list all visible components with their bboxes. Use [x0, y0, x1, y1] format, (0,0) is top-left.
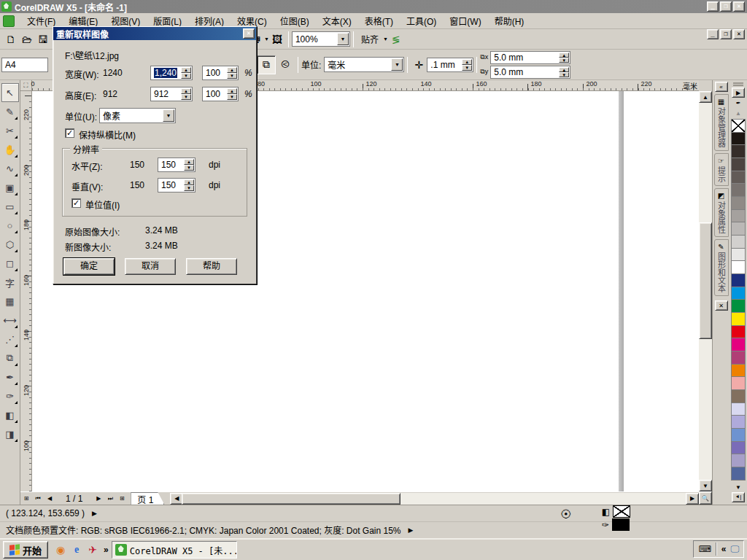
status-flyout-icon[interactable]: ▶	[92, 510, 97, 517]
dialog-units-combo[interactable]: 像素 ▼	[99, 108, 176, 123]
basic-shapes-tool[interactable]: ◻	[1, 254, 19, 273]
width-input[interactable]: 1,240 ▲▼	[150, 66, 193, 80]
blend-tool[interactable]: ⧉	[1, 349, 19, 368]
restore-button[interactable]: ❐	[720, 1, 732, 12]
nudge-field[interactable]: .1 mm ▲▼	[427, 58, 473, 72]
snap-dropdown-icon[interactable]: ▼	[383, 36, 388, 42]
zoom-level-combo[interactable]: 100% ▼	[292, 31, 350, 47]
shape-tool[interactable]: ✎	[1, 102, 19, 121]
add-page-icon[interactable]: ⊞	[116, 493, 128, 505]
menu-item-10[interactable]: 窗口(W)	[443, 13, 487, 28]
palette-expand-button[interactable]: ⯇|	[732, 492, 745, 502]
vertical-scrollbar[interactable]: ▲ ▼	[699, 91, 712, 491]
duplicate-x-field[interactable]: 5.0 mm ▲▼	[490, 51, 570, 64]
close-button[interactable]: ✕	[733, 1, 745, 12]
open-icon[interactable]: 🗁	[19, 31, 35, 47]
horizontal-dpi-spinner[interactable]: ▲▼	[184, 159, 194, 171]
outline-pen-tool[interactable]: ✑	[1, 386, 19, 405]
menu-item-9[interactable]: 工具(O)	[400, 13, 443, 28]
interactive-fill-tool[interactable]: ◨	[1, 424, 19, 443]
menu-item-6[interactable]: 位图(B)	[274, 13, 316, 28]
color-swatch[interactable]	[731, 235, 746, 249]
ok-button[interactable]: 确定	[63, 258, 115, 275]
duplicate-y-spinner[interactable]: ▲▼	[559, 67, 569, 77]
task-button-coreldraw[interactable]: CorelDRAW X5 - [未...	[112, 541, 237, 559]
last-page-icon[interactable]: ⏭	[104, 493, 116, 505]
crop-tool[interactable]: ✂	[1, 121, 19, 140]
identical-values-checkbox[interactable]: ✓	[71, 198, 81, 208]
page-orientation-icon[interactable]: ⧀	[276, 55, 295, 74]
dimension-tool[interactable]: ⟷	[1, 311, 19, 330]
height-percent-spinner[interactable]: ▲▼	[227, 88, 237, 100]
dialog-title-bar[interactable]: 重新取样图像 ✕	[53, 27, 256, 40]
chevron-down-icon[interactable]: ▼	[163, 109, 174, 122]
first-page-icon[interactable]: ⏮	[32, 493, 44, 505]
options-icon[interactable]: ≶	[388, 31, 404, 47]
minimize-button[interactable]: _	[707, 1, 719, 12]
document-palette-icon[interactable]: 🖸	[558, 506, 574, 522]
color-swatch[interactable]	[731, 467, 746, 481]
color-swatch[interactable]	[731, 144, 746, 158]
scroll-down-icon[interactable]: ▼	[699, 480, 712, 491]
docker-tab-3[interactable]: ✎图形和文本	[714, 239, 729, 296]
import-image-icon[interactable]: 🖼	[269, 31, 285, 47]
save-icon[interactable]: 🖫	[35, 31, 51, 47]
dialog-close-icon[interactable]: ✕	[243, 28, 255, 39]
input-method-keyboard-icon[interactable]: ⌨	[698, 544, 711, 554]
color-swatch[interactable]	[731, 171, 746, 184]
vertical-scroll-thumb[interactable]	[699, 222, 712, 339]
docker-close-button[interactable]: ✕	[715, 300, 728, 311]
horizontal-dpi-input[interactable]: 150 ▲▼	[158, 158, 196, 172]
color-swatch[interactable]	[731, 132, 746, 146]
vertical-ruler[interactable]: 220200180160140120100	[20, 91, 32, 491]
snap-to-button[interactable]: 贴齐	[357, 33, 383, 45]
help-button[interactable]: 帮助	[186, 258, 237, 275]
pick-tool[interactable]: ↖	[1, 83, 19, 102]
connector-tool[interactable]: ⋰	[1, 330, 19, 349]
color-swatch[interactable]	[731, 273, 746, 287]
color-swatch[interactable]	[731, 312, 746, 326]
eyedropper-tool[interactable]: ✒	[1, 368, 19, 386]
vertical-dpi-input[interactable]: 150 ▲▼	[158, 178, 196, 192]
ellipse-tool[interactable]: ○	[1, 216, 19, 235]
menu-item-11[interactable]: 帮助(H)	[488, 13, 531, 28]
fill-color-swatch[interactable]	[613, 505, 630, 518]
horizontal-scrollbar[interactable]: ◀ ▶	[170, 493, 699, 505]
color-swatch[interactable]	[731, 183, 746, 197]
scroll-right-icon[interactable]: ▶	[686, 493, 699, 505]
network-status-icon[interactable]: 🖵	[730, 544, 739, 554]
smart-fill-tool[interactable]: ▣	[1, 178, 19, 197]
color-swatch[interactable]	[731, 428, 746, 442]
color-swatch[interactable]	[731, 351, 746, 365]
height-spinner[interactable]: ▲▼	[181, 88, 191, 100]
cancel-button[interactable]: 取消	[125, 258, 176, 275]
color-swatch[interactable]	[731, 454, 746, 467]
rectangle-tool[interactable]: ▭	[1, 197, 19, 216]
color-swatch[interactable]	[731, 299, 746, 313]
docker-tab-2[interactable]: ◩对象属性	[714, 188, 729, 237]
units-combo[interactable]: 毫米 ▼	[324, 57, 404, 72]
text-tool[interactable]: 字	[1, 273, 19, 292]
color-swatch[interactable]	[731, 402, 746, 416]
duplicate-x-spinner[interactable]: ▲▼	[559, 52, 569, 63]
prev-page-icon[interactable]: ◀	[44, 493, 55, 505]
palette-flyout-button[interactable]: ▶	[732, 88, 745, 98]
menu-item-7[interactable]: 文本(X)	[316, 13, 358, 28]
color-swatch[interactable]	[731, 222, 746, 236]
color-swatch[interactable]	[731, 389, 746, 403]
next-page-icon[interactable]: ▶	[93, 493, 104, 505]
quick-launch-icon[interactable]: ✈	[85, 542, 101, 558]
launcher-dropdown-icon[interactable]: ▼	[264, 36, 269, 42]
color-swatch[interactable]	[731, 364, 746, 378]
polygon-tool[interactable]: ⬡	[1, 235, 19, 254]
docker-tab-0[interactable]: ▦对象管理器	[714, 94, 729, 151]
color-swatch[interactable]	[731, 376, 746, 390]
fill-tool[interactable]: ◧	[1, 405, 19, 424]
nudge-spinner[interactable]: ▲▼	[462, 59, 472, 71]
color-swatch[interactable]	[731, 260, 746, 274]
palette-grip[interactable]	[733, 82, 743, 86]
navigator-magnifier-icon[interactable]: 🔍	[699, 491, 712, 505]
start-button[interactable]: 开始	[3, 541, 48, 559]
chevron-down-icon[interactable]: ▼	[337, 33, 349, 45]
internet-explorer-icon[interactable]: e	[69, 542, 85, 558]
